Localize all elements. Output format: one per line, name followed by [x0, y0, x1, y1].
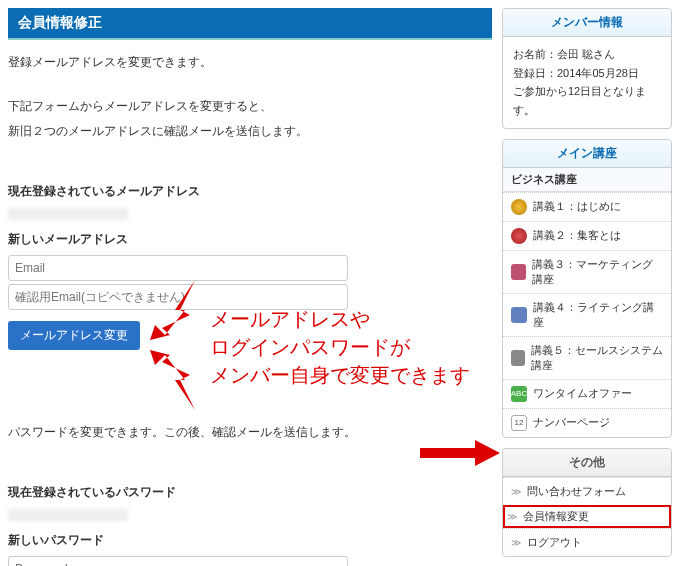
course-label: 講義３：マーケティング講座: [532, 257, 663, 287]
page-title: 会員情報修正: [8, 8, 492, 40]
chevron-icon: ≫: [511, 537, 521, 548]
email-desc-3: 新旧２つのメールアドレスに確認メールを送信します。: [8, 121, 492, 143]
password-desc: パスワードを変更できます。この後、確認メールを送信します。: [8, 422, 492, 444]
email-confirm-input[interactable]: [8, 284, 348, 310]
course-item-5[interactable]: 講義５：セールスシステム講座: [503, 336, 671, 379]
current-email-label: 現在登録されているメールアドレス: [8, 181, 492, 203]
main-course-title: メイン講座: [503, 140, 671, 168]
course-label: ワンタイムオファー: [533, 386, 632, 401]
course-label: 講義５：セールスシステム講座: [531, 343, 663, 373]
password-input[interactable]: [8, 556, 348, 566]
abc-icon: ABC: [511, 386, 527, 402]
email-input[interactable]: [8, 255, 348, 281]
email-submit-button[interactable]: メールアドレス変更: [8, 321, 140, 350]
current-password-label: 現在登録されているパスワード: [8, 482, 492, 504]
doc-icon: [511, 307, 527, 323]
ribbon-icon: [511, 228, 527, 244]
other-item-logout[interactable]: ≫ログアウト: [503, 528, 671, 556]
number-icon: 12: [511, 415, 527, 431]
other-label: 問い合わせフォーム: [527, 484, 626, 499]
other-title: その他: [503, 449, 671, 477]
member-info-title: メンバー情報: [503, 9, 671, 37]
member-date: 登録日：2014年05月28日: [513, 64, 661, 83]
chevron-icon: ≫: [511, 486, 521, 497]
other-panel: その他 ≫問い合わせフォーム ≫会員情報変更 ≫ログアウト: [502, 448, 672, 557]
email-desc-2: 下記フォームからメールアドレスを変更すると、: [8, 96, 492, 118]
email-desc-1: 登録メールアドレスを変更できます。: [8, 52, 492, 74]
slide-icon: [511, 350, 525, 366]
other-item-member-edit[interactable]: ≫会員情報変更: [503, 505, 671, 528]
course-item-4[interactable]: 講義４：ライティング講座: [503, 293, 671, 336]
course-label: 講義２：集客とは: [533, 228, 621, 243]
chevron-icon: ≫: [507, 511, 517, 522]
member-days: ご参加から12日目となります。: [513, 82, 661, 119]
main-course-sub: ビジネス講座: [503, 168, 671, 192]
book-icon: [511, 264, 526, 280]
course-label: 講義１：はじめに: [533, 199, 621, 214]
member-info-panel: メンバー情報 お名前：会田 聡さん 登録日：2014年05月28日 ご参加から1…: [502, 8, 672, 129]
new-password-label: 新しいパスワード: [8, 530, 492, 552]
current-password-value: [8, 509, 128, 521]
other-item-contact[interactable]: ≫問い合わせフォーム: [503, 477, 671, 505]
current-email-value: [8, 208, 128, 220]
main-course-panel: メイン講座 ビジネス講座 講義１：はじめに 講義２：集客とは 講義３：マーケティ…: [502, 139, 672, 438]
course-label: 講義４：ライティング講座: [533, 300, 663, 330]
main-content: 会員情報修正 登録メールアドレスを変更できます。 下記フォームからメールアドレス…: [8, 8, 492, 566]
course-label: ナンバーページ: [533, 415, 610, 430]
course-item-2[interactable]: 講義２：集客とは: [503, 221, 671, 250]
course-item-6[interactable]: ABCワンタイムオファー: [503, 379, 671, 408]
sidebar: メンバー情報 お名前：会田 聡さん 登録日：2014年05月28日 ご参加から1…: [502, 8, 672, 566]
course-item-1[interactable]: 講義１：はじめに: [503, 192, 671, 221]
new-email-label: 新しいメールアドレス: [8, 229, 492, 251]
member-name: お名前：会田 聡さん: [513, 45, 661, 64]
other-label: ログアウト: [527, 535, 582, 550]
course-item-7[interactable]: 12ナンバーページ: [503, 408, 671, 437]
course-item-3[interactable]: 講義３：マーケティング講座: [503, 250, 671, 293]
ribbon-icon: [511, 199, 527, 215]
other-label: 会員情報変更: [523, 509, 589, 524]
